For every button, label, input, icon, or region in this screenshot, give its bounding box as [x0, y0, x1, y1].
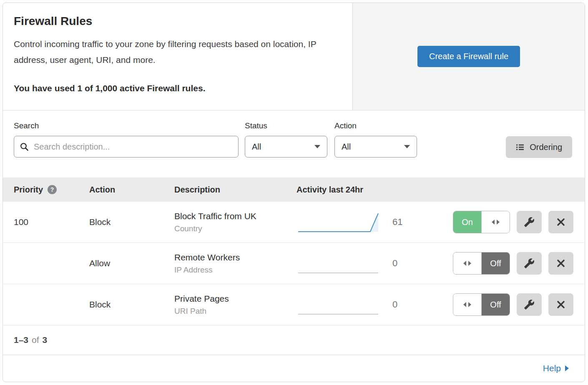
description-cell: Remote Workers IP Address	[174, 252, 297, 275]
chevron-down-icon	[404, 145, 410, 148]
column-header-activity: Activity last 24hr	[297, 185, 453, 195]
delete-rule-button[interactable]	[548, 252, 573, 275]
wrench-icon	[524, 258, 535, 269]
column-header-description: Description	[174, 185, 297, 195]
rule-type: URI Path	[174, 307, 297, 316]
table-body: 100 Block Block Traffic from UK Country …	[3, 202, 585, 325]
ordering-list-icon	[516, 143, 524, 151]
priority-help-icon[interactable]: ?	[48, 185, 57, 194]
description-cell: Private Pages URI Path	[174, 294, 297, 316]
rule-type: IP Address	[174, 265, 297, 275]
pagination-bar: 1–3 of 3	[3, 325, 585, 355]
close-x-icon	[556, 218, 565, 227]
chevron-down-icon	[314, 145, 320, 148]
status-selected-value: All	[252, 142, 261, 152]
toggle-state-label: Off	[482, 294, 510, 315]
ordering-button-label: Ordering	[530, 142, 562, 152]
rule-description: Block Traffic from UK	[174, 211, 297, 221]
delete-rule-button[interactable]	[548, 211, 573, 233]
enable-toggle[interactable]: On	[453, 211, 510, 233]
action-selected-value: All	[342, 142, 351, 152]
page-description: Control incoming traffic to your zone by…	[14, 36, 337, 68]
action-cell: Block	[89, 300, 174, 310]
action-cell: Block	[89, 217, 174, 227]
table-header: Priority ? Action Description Activity l…	[3, 178, 585, 202]
page-title: Firewall Rules	[14, 15, 340, 28]
edit-rule-button[interactable]	[517, 252, 542, 275]
rule-controls: Off	[453, 293, 573, 316]
activity-cell: 0	[297, 292, 453, 317]
firewall-rules-panel: Firewall Rules Control incoming traffic …	[3, 2, 585, 382]
filter-bar: Search Status All Action All	[3, 110, 585, 178]
create-firewall-rule-button[interactable]: Create a Firewall rule	[417, 46, 520, 67]
rule-controls: On	[453, 211, 573, 233]
search-input[interactable]	[33, 142, 232, 152]
search-box[interactable]	[14, 136, 239, 158]
activity-cell: 61	[297, 210, 453, 234]
activity-count: 0	[392, 299, 397, 310]
activity-sparkline	[297, 292, 380, 317]
help-arrow-icon	[565, 365, 569, 371]
pagination-total: 3	[43, 335, 48, 345]
wrench-icon	[524, 217, 535, 228]
help-link-label: Help	[543, 363, 561, 373]
activity-sparkline	[297, 210, 380, 234]
search-icon	[20, 142, 29, 151]
search-label: Search	[14, 121, 239, 130]
wrench-icon	[524, 299, 535, 310]
status-label: Status	[245, 121, 327, 130]
rule-description: Remote Workers	[174, 252, 297, 262]
close-x-icon	[556, 300, 565, 309]
rule-type: Country	[174, 224, 297, 233]
toggle-handle-icon	[453, 294, 482, 315]
edit-rule-button[interactable]	[517, 293, 542, 316]
pagination-of: of	[32, 335, 39, 345]
activity-cell: 0	[297, 251, 453, 275]
enable-toggle[interactable]: Off	[453, 252, 510, 275]
toggle-handle-icon	[481, 211, 510, 233]
pagination-range: 1–3	[14, 335, 28, 345]
action-select[interactable]: All	[334, 136, 417, 158]
edit-rule-button[interactable]	[517, 211, 542, 233]
activity-count: 0	[392, 258, 397, 269]
column-header-action: Action	[89, 185, 174, 195]
header-text-block: Firewall Rules Control incoming traffic …	[3, 3, 353, 110]
toggle-state-label: Off	[482, 252, 510, 274]
close-x-icon	[556, 259, 565, 268]
rule-controls: Off	[453, 252, 573, 275]
table-row: Block Private Pages URI Path 0 Off	[3, 284, 585, 325]
table-row: Allow Remote Workers IP Address 0 Off	[3, 243, 585, 284]
column-header-priority: Priority	[14, 185, 43, 195]
ordering-button[interactable]: Ordering	[506, 136, 572, 158]
toggle-handle-icon	[453, 252, 482, 274]
activity-count: 61	[392, 217, 402, 228]
action-cell: Allow	[89, 258, 174, 268]
action-label: Action	[334, 121, 417, 130]
header-action-panel: Create a Firewall rule	[353, 3, 585, 110]
description-cell: Block Traffic from UK Country	[174, 211, 297, 233]
status-select[interactable]: All	[245, 136, 327, 158]
table-row: 100 Block Block Traffic from UK Country …	[3, 202, 585, 243]
toggle-state-label: On	[453, 211, 481, 233]
rule-description: Private Pages	[174, 294, 297, 304]
panel-header: Firewall Rules Control incoming traffic …	[3, 3, 585, 110]
enable-toggle[interactable]: Off	[453, 293, 510, 316]
help-link[interactable]: Help	[543, 363, 569, 373]
priority-cell: 100	[14, 217, 89, 227]
usage-note: You have used 1 of 1,000 active Firewall…	[14, 83, 340, 93]
activity-sparkline	[297, 251, 380, 275]
help-bar: Help	[3, 355, 585, 381]
delete-rule-button[interactable]	[548, 293, 573, 316]
